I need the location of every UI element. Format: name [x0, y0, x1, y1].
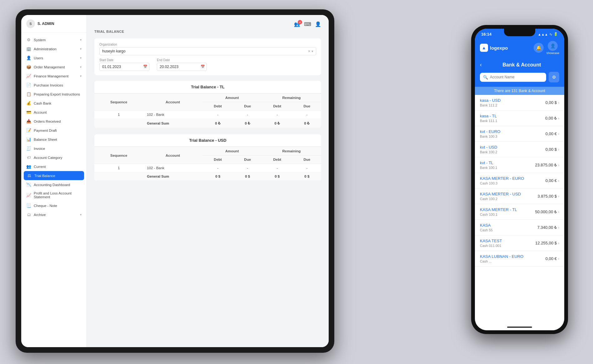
item-amount: 0,00 €: [546, 131, 557, 136]
phone-logo: ▲ logexpo: [480, 44, 508, 52]
item-sub: Cash ...: [480, 259, 523, 263]
sidebar-item-administration[interactable]: 🏢 Administration ▾: [21, 44, 87, 53]
sum-remaining-due-tl: 0 ₺: [293, 119, 321, 128]
system-icon: ⚙: [26, 37, 31, 42]
end-date-field: End Date 📅: [157, 58, 207, 71]
purchase-icon: 📄: [26, 83, 31, 87]
start-date-input[interactable]: [99, 63, 149, 71]
sidebar-item-accounting-dashboard[interactable]: 📉 Accounting Dashboard: [21, 180, 87, 189]
list-item[interactable]: KASA TEST Cash 011.001 12.255,00 $ ›: [475, 235, 564, 251]
bell-button[interactable]: 🔔: [534, 43, 544, 53]
amount-due-header-tl: Due: [233, 102, 262, 111]
profit-icon: 📈: [26, 193, 31, 198]
general-sum-row-usd: General Sum 0 $ 0 $ 0 $ 0 $: [94, 172, 321, 181]
sidebar-item-system[interactable]: ⚙ System ▾: [21, 35, 87, 44]
sidebar-item-users[interactable]: 👤 Users ▾: [21, 53, 87, 62]
sidebar-item-trial-balance[interactable]: ⚖ Trial Balance: [24, 171, 84, 180]
sidebar-item-account[interactable]: 💳 Account: [21, 108, 87, 117]
sidebar-item-profit-loss[interactable]: 📈 Profit and Loss Account Statement: [21, 189, 87, 201]
account-icon: 💳: [26, 110, 31, 115]
search-input[interactable]: [490, 75, 543, 79]
back-button[interactable]: ‹: [480, 61, 482, 68]
list-item[interactable]: KASA MERTER - TL Cash 100.1 50.000,00 ₺ …: [475, 204, 564, 220]
sidebar-item-cash-bank[interactable]: 💰 Cash Bank: [21, 99, 87, 108]
phone-app-header: ▲ logexpo 🔔 👤 Showcase: [475, 38, 564, 59]
remaining-due-cell: -: [293, 111, 321, 119]
item-sub: Cash 011.001: [480, 244, 502, 248]
chevron-icon: ›: [558, 147, 559, 152]
sidebar-item-invoice[interactable]: 🧾 Invoice: [21, 144, 87, 153]
remaining-debt-cell-usd: -: [262, 164, 293, 172]
item-amount: 23.875,00 ₺: [535, 163, 557, 167]
chevron-icon: ›: [558, 257, 559, 261]
filter-button[interactable]: ⚙: [549, 72, 559, 82]
amount-debt-cell-usd: -: [202, 164, 233, 172]
end-date-input[interactable]: [157, 63, 207, 71]
list-item[interactable]: KASA MERTER - EURO Cash 100.3 0,00 € ›: [475, 173, 564, 189]
list-item[interactable]: kvt - USD Bank 100.2 0,00 $ ›: [475, 142, 564, 157]
seq-header-usd: Sequence: [94, 147, 143, 164]
sidebar-nav: ⚙ System ▾ 🏢 Administration ▾ 👤 Users ▾ …: [21, 33, 87, 347]
list-item[interactable]: KASA MERTER - USD Cash 100.2 3.875,00 $ …: [475, 189, 564, 204]
battery-icon: 🔋: [554, 32, 558, 36]
username-label: S. ADMIN: [37, 22, 54, 26]
account-header-usd: Account: [143, 147, 202, 164]
avatar-button[interactable]: 👤: [548, 41, 558, 51]
user-icon: 👤: [550, 43, 556, 48]
sidebar-item-purchase-invoices[interactable]: 📄 Purchase Invoices: [21, 81, 87, 90]
item-name: kvt - USD: [480, 145, 497, 150]
org-clear-icon[interactable]: ✕ ▾: [308, 49, 313, 53]
phone-search-bar: 🔍 ⚙: [475, 72, 564, 87]
item-amount: 7.340,00 ₺: [537, 225, 557, 230]
sidebar-item-finance[interactable]: 📈 Finance Management ▾: [21, 71, 87, 81]
amount-due-cell-usd: -: [233, 164, 262, 172]
list-item[interactable]: kvt - EURO Bank 100.3 0,00 € ›: [475, 126, 564, 142]
chevron-icon: ›: [558, 241, 559, 245]
sidebar-item-order-management[interactable]: 📦 Order Management ▾: [21, 62, 87, 71]
list-item[interactable]: kasa - USD Bank 111.2 0,00 $ ›: [475, 95, 564, 111]
item-sub: Bank 111.2: [480, 103, 501, 107]
account-header-tl: Account: [143, 94, 202, 111]
table-row: 1 102 - Bank - - - -: [94, 111, 321, 119]
remaining-due-header-usd: Due: [293, 155, 321, 164]
list-item[interactable]: KASA LUBNAN - EURO Cash ... 0,00 € ›: [475, 251, 564, 267]
sidebar: S S. ADMIN ⚙ System ▾ 🏢 Administration ▾…: [21, 15, 87, 347]
nav-title: Bank & Account: [484, 62, 559, 68]
list-item[interactable]: kasa - TL Bank 111.1 0,00 ₺ ›: [475, 111, 564, 126]
chevron-icon: ›: [558, 194, 559, 199]
usd-table-title: Trial Balance - USD: [94, 134, 321, 147]
sidebar-item-account-category[interactable]: 🏷 Account Category: [21, 153, 87, 162]
item-amount: 0,00 €: [546, 256, 557, 261]
item-name: KASA: [480, 223, 493, 228]
sidebar-item-current[interactable]: 👥 Current: [21, 162, 87, 171]
sidebar-item-cheque[interactable]: 📃 Cheque - Note: [21, 201, 87, 210]
org-field: Organization huseyin kargo ✕ ▾: [99, 43, 316, 55]
category-icon: 🏷: [26, 155, 31, 160]
sidebar-item-export[interactable]: 📋 Preparing Export Instructions: [21, 90, 87, 99]
sidebar-item-archive[interactable]: 🗂 Archive ▾: [21, 210, 87, 219]
list-item[interactable]: kvt - TL Bank 100.1 23.875,00 ₺ ›: [475, 157, 564, 173]
admin-icon: 🏢: [26, 47, 31, 51]
finance-icon: 📈: [26, 74, 31, 78]
sidebar-item-orders-received[interactable]: 📥 Orders Received: [21, 117, 87, 126]
item-sub: Bank 100.2: [480, 150, 497, 154]
home-indicator: [507, 327, 532, 328]
seq-cell: 1: [94, 111, 143, 119]
sidebar-item-balance-sheet[interactable]: 📊 Balance Sheet: [21, 135, 87, 144]
item-amount: 3.875,00 $: [538, 194, 557, 199]
amount-due-cell: -: [233, 111, 262, 119]
list-item[interactable]: KASA Cash 55 7.340,00 ₺ ›: [475, 220, 564, 235]
notifications-icon[interactable]: 👥 4: [294, 21, 300, 27]
user-account-icon[interactable]: 👤: [315, 21, 321, 27]
date-filter-row: Start Date 📅 End Date 📅: [99, 58, 316, 71]
amount-debt-header-tl: Debt: [202, 102, 233, 111]
main-content: 👥 4 ⌨ 👤 TRIAL BALANCE Organization husey…: [87, 15, 329, 347]
remaining-debt-header-usd: Debt: [262, 155, 293, 164]
search-icon: 🔍: [483, 75, 488, 80]
search-input-wrap: 🔍: [480, 73, 546, 82]
wifi-icon: ∿: [549, 32, 552, 37]
account-cell-usd: 102 - Bank: [143, 164, 202, 172]
keyboard-icon[interactable]: ⌨: [304, 21, 311, 27]
dashboard-icon: 📉: [26, 182, 31, 187]
sidebar-item-payment-draft[interactable]: 📝 Payment Draft: [21, 126, 87, 135]
